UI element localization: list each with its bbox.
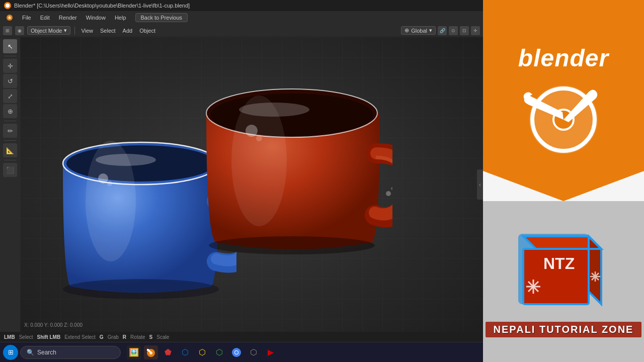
transform-orientation-select[interactable]: ⊕ Global ▾ <box>401 26 436 35</box>
ntz-logo-area: NTZ NEPALI TUTORIAL ZONE <box>483 201 644 362</box>
search-icon: 🔍 <box>27 349 34 356</box>
status-val-2: Extend Select <box>64 334 96 340</box>
object-mode-select[interactable]: Object Mode ▾ <box>27 26 70 35</box>
proportional-edit-icon[interactable]: ⊙ <box>449 26 458 35</box>
viewport-3d[interactable]: ‹ X: 0.000 Y: 0.000 Z: 0.000 <box>20 37 483 332</box>
status-key-1: LMB <box>4 334 15 340</box>
blender-logo-text: blender <box>518 44 609 72</box>
status-val-5: Scale <box>156 334 169 340</box>
tool-separator-4 <box>4 160 16 160</box>
view-menu[interactable]: View <box>79 28 95 34</box>
red-mug <box>191 80 392 272</box>
taskbar-app-icons: 🖼️ ⬟ ⬡ ⬡ ⬡ ⬡ <box>127 345 278 359</box>
status-key-5: S <box>149 334 153 340</box>
svg-point-10 <box>107 181 112 186</box>
app-icon-gray[interactable]: ⬡ <box>247 345 261 359</box>
overlay-icon[interactable]: ⊡ <box>460 26 469 35</box>
menu-edit[interactable]: Edit <box>36 14 54 22</box>
app-icon-yellow[interactable]: ⬡ <box>195 345 209 359</box>
mode-label: Object Mode <box>31 28 62 34</box>
blender-title-icon <box>4 2 11 9</box>
add-primitive-button[interactable]: ⬛ <box>3 163 17 177</box>
measure-tool-button[interactable]: 📐 <box>3 143 17 157</box>
orientation-dropdown-icon: ▾ <box>429 27 432 34</box>
snap-icon[interactable]: 🔗 <box>438 26 447 35</box>
menu-blender[interactable] <box>2 13 17 22</box>
gizmo-icon[interactable]: ✛ <box>471 26 480 35</box>
svg-point-0 <box>6 4 10 8</box>
app-icon-red[interactable]: ⬟ <box>161 345 175 359</box>
viewport-statusbar: LMB Select Shift LMB Extend Select G Gra… <box>0 332 483 342</box>
menu-render[interactable]: Render <box>55 14 81 22</box>
svg-point-19 <box>246 125 258 137</box>
svg-point-20 <box>256 135 262 141</box>
left-tool-panel: ↖ ✛ ↺ ⤢ ⊕ ✏ 📐 ⬛ <box>0 37 20 332</box>
start-button[interactable]: ⊞ <box>3 345 18 360</box>
status-key-3: G <box>100 334 104 340</box>
window-title: Blender* [C:\Users\hello\Desktop\youtube… <box>14 3 190 9</box>
tool-separator-2 <box>4 121 16 121</box>
svg-point-7 <box>63 279 219 299</box>
taskbar: ⊞ 🔍 Search 🖼️ ⬟ ⬡ ⬡ ⬡ <box>0 342 483 362</box>
svg-point-9 <box>98 173 108 184</box>
select-tool-button[interactable]: ↖ <box>3 39 17 53</box>
transform-tool-button[interactable]: ⊕ <box>3 104 17 118</box>
app-icon-red2[interactable]: ▶ <box>264 345 278 359</box>
svg-point-2 <box>9 17 11 19</box>
orientation-label: Global <box>411 28 427 34</box>
menu-help[interactable]: Help <box>111 14 130 22</box>
blender-logo-area: blender <box>483 0 644 201</box>
titlebar: Blender* [C:\Users\hello\Desktop\youtube… <box>0 0 483 11</box>
menu-file[interactable]: File <box>18 14 35 22</box>
n-panel-toggle[interactable]: ‹ <box>477 169 483 200</box>
status-val-4: Rotate <box>130 334 145 340</box>
scale-tool-button[interactable]: ⤢ <box>3 89 17 103</box>
vscode-taskbar-icon[interactable]: ⬡ <box>178 345 192 359</box>
right-panel: blender <box>483 0 644 362</box>
svg-point-15 <box>386 191 391 196</box>
blender-logo-svg <box>518 77 609 157</box>
editor-type-icon[interactable]: ⊞ <box>3 26 12 35</box>
back-to-previous-button[interactable]: Back to Previous <box>135 13 188 22</box>
svg-point-16 <box>391 187 392 190</box>
viewport-coords: X: 0.000 Y: 0.000 Z: 0.000 <box>24 322 83 328</box>
svg-point-17 <box>209 236 375 254</box>
toolbar-separator-1 <box>74 27 75 35</box>
svg-point-8 <box>86 141 136 261</box>
status-key-2: Shift LMB <box>37 334 60 340</box>
chrome-taskbar-icon[interactable] <box>229 345 244 359</box>
object-menu[interactable]: Object <box>137 28 157 34</box>
status-val-3: Grab <box>108 334 119 340</box>
rotate-tool-button[interactable]: ↺ <box>3 74 17 88</box>
toolbar: ⊞ ◉ Object Mode ▾ View Select Add Object… <box>0 24 483 37</box>
status-key-4: R <box>123 334 126 340</box>
ntz-cube-svg: NTZ <box>513 226 614 317</box>
add-menu[interactable]: Add <box>121 28 135 34</box>
annotate-tool-button[interactable]: ✏ <box>3 124 17 138</box>
tool-separator-3 <box>4 140 16 141</box>
menu-window[interactable]: Window <box>82 14 110 22</box>
file-manager-icon[interactable]: 🖼️ <box>127 345 141 359</box>
toolbar-right: ⊕ Global ▾ 🔗 ⊙ ⊡ ✛ <box>401 26 480 35</box>
svg-point-18 <box>231 96 287 226</box>
blender-taskbar-icon[interactable] <box>144 345 158 359</box>
orientation-icon: ⊕ <box>405 27 409 34</box>
mode-dropdown-icon: ▾ <box>64 27 67 34</box>
svg-text:NTZ: NTZ <box>543 254 575 273</box>
svg-point-45 <box>235 351 238 354</box>
app-icon-green[interactable]: ⬡ <box>212 345 226 359</box>
taskbar-search-box[interactable]: 🔍 Search <box>20 346 121 359</box>
tool-separator-1 <box>4 56 16 56</box>
search-text: Search <box>37 349 56 356</box>
ntz-label: NEPALI TUTORIAL ZONE <box>486 322 642 337</box>
select-menu[interactable]: Select <box>98 28 118 34</box>
status-val-1: Select <box>19 334 33 340</box>
move-tool-button[interactable]: ✛ <box>3 59 17 73</box>
menubar: File Edit Render Window Help Back to Pre… <box>0 11 483 24</box>
viewport-shade-icon[interactable]: ◉ <box>15 26 24 35</box>
